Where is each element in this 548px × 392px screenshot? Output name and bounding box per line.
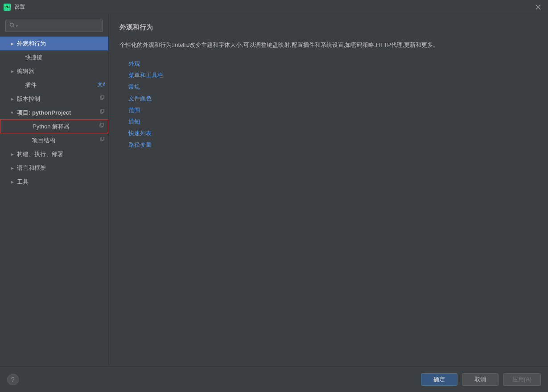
search-input[interactable]: [20, 23, 99, 29]
settings-link-6[interactable]: 快速列表: [128, 128, 537, 139]
sidebar-item-2[interactable]: ▶编辑器: [0, 64, 108, 78]
sidebar-item-6[interactable]: ▶Python 解释器: [0, 120, 108, 133]
sidebar-item-9[interactable]: ▶语言和框架: [0, 161, 108, 175]
settings-link-0[interactable]: 外观: [128, 58, 537, 70]
cancel-button[interactable]: 取消: [462, 373, 499, 386]
sidebar-item-3[interactable]: ▶插件文A: [0, 78, 108, 92]
project-scope-icon: [99, 95, 105, 102]
settings-link-4[interactable]: 范围: [128, 104, 537, 116]
sidebar-item-label: Python 解释器: [33, 123, 99, 131]
svg-point-0: [10, 23, 13, 26]
apply-button[interactable]: 应用(A): [503, 373, 541, 386]
close-button[interactable]: [532, 1, 544, 13]
content-description: 个性化的外观和行为:IntelliJ改变主题和字体大小,可以调整键盘映射,配置插…: [119, 41, 537, 50]
chevron-down-icon: ▼: [9, 111, 15, 115]
chevron-right-icon: ▶: [9, 97, 15, 101]
sidebar-item-label: 快捷键: [25, 54, 105, 62]
chevron-right-icon: ▶: [9, 41, 15, 46]
svg-rect-8: [101, 123, 103, 126]
sidebar-item-label: 工具: [17, 178, 105, 186]
svg-rect-4: [101, 95, 104, 99]
sidebar-item-label: 项目结构: [32, 136, 99, 144]
sidebar-item-1[interactable]: ▶快捷键: [0, 50, 108, 64]
svg-rect-6: [101, 109, 104, 112]
ok-button[interactable]: 确定: [421, 373, 457, 386]
sidebar-item-label: 语言和框架: [17, 164, 105, 172]
link-list: 外观菜单和工具栏常规文件颜色范围通知快速列表路径变量: [119, 58, 537, 151]
sidebar-item-10[interactable]: ▶工具: [0, 175, 108, 189]
svg-rect-10: [101, 137, 104, 140]
content-title: 外观和行为: [119, 23, 537, 32]
settings-tree: ▶外观和行为▶快捷键▶编辑器▶插件文A▶版本控制▼项目: pythonProje…: [0, 37, 108, 366]
chevron-right-icon: ▶: [9, 69, 15, 74]
sidebar-item-label: 外观和行为: [17, 40, 105, 48]
settings-link-3[interactable]: 文件颜色: [128, 93, 537, 104]
sidebar-item-5[interactable]: ▼项目: pythonProject: [0, 106, 108, 120]
sidebar: ▾ ▶外观和行为▶快捷键▶编辑器▶插件文A▶版本控制▼项目: pythonPro…: [0, 14, 109, 366]
settings-link-5[interactable]: 通知: [128, 116, 537, 128]
footer: ? 确定 取消 应用(A): [0, 366, 548, 392]
search-icon: [9, 22, 15, 29]
title-bar: PC 设置: [0, 0, 548, 14]
project-scope-icon: [99, 137, 105, 144]
chevron-right-icon: ▶: [9, 152, 15, 157]
close-icon: [536, 4, 541, 10]
settings-link-1[interactable]: 菜单和工具栏: [128, 70, 537, 81]
sidebar-item-label: 编辑器: [17, 67, 105, 75]
sidebar-item-7[interactable]: ▶项目结构: [0, 133, 108, 147]
sidebar-item-label: 项目: pythonProject: [17, 109, 99, 117]
sidebar-item-label: 插件: [25, 81, 98, 89]
chevron-right-icon: ▶: [9, 180, 15, 184]
main-area: ▾ ▶外观和行为▶快捷键▶编辑器▶插件文A▶版本控制▼项目: pythonPro…: [0, 14, 548, 366]
app-icon: PC: [4, 4, 11, 11]
sidebar-item-label: 构建、执行、部署: [17, 150, 105, 158]
sidebar-item-0[interactable]: ▶外观和行为: [0, 37, 108, 50]
translate-icon: 文A: [98, 81, 105, 89]
svg-line-1: [13, 26, 14, 27]
window-title: 设置: [14, 3, 532, 11]
sidebar-item-label: 版本控制: [17, 95, 99, 103]
search-dropdown-icon: ▾: [16, 24, 18, 28]
sidebar-item-4[interactable]: ▶版本控制: [0, 92, 108, 106]
project-scope-icon: [99, 109, 105, 116]
settings-link-2[interactable]: 常规: [128, 81, 537, 93]
chevron-right-icon: ▶: [9, 166, 15, 170]
search-box[interactable]: ▾: [5, 20, 103, 32]
sidebar-item-8[interactable]: ▶构建、执行、部署: [0, 147, 108, 161]
settings-link-7[interactable]: 路径变量: [128, 139, 537, 151]
svg-text:文A: 文A: [98, 82, 105, 87]
help-button[interactable]: ?: [7, 374, 19, 385]
project-scope-icon: [99, 123, 104, 130]
content-panel: 外观和行为 个性化的外观和行为:IntelliJ改变主题和字体大小,可以调整键盘…: [109, 14, 548, 366]
